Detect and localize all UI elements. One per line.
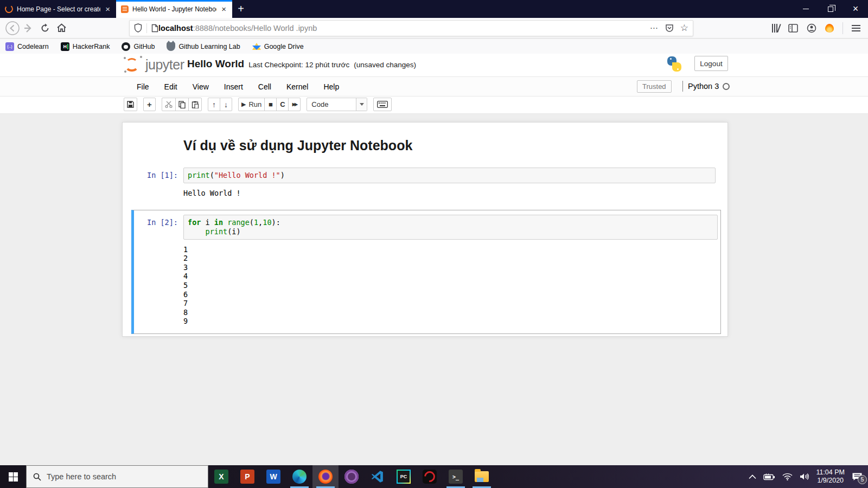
tab-close-icon[interactable]: ×: [104, 4, 111, 14]
home-button[interactable]: [53, 21, 69, 36]
paste-icon: [192, 101, 199, 108]
menu-kernel[interactable]: Kernel: [279, 82, 316, 91]
menu-cell[interactable]: Cell: [251, 82, 279, 91]
battery-icon[interactable]: [763, 473, 775, 480]
pycharm-icon: PC: [397, 470, 411, 484]
tab-home-page[interactable]: Home Page - Select or create a ×: [0, 0, 116, 18]
taskbar-clock[interactable]: 11:04 PM 1/9/2020: [816, 468, 845, 485]
menu-file[interactable]: File: [129, 82, 157, 91]
copy-cell-button[interactable]: [175, 98, 189, 111]
menu-insert[interactable]: Insert: [216, 82, 251, 91]
taskbar-search[interactable]: [26, 465, 208, 488]
cut-cell-button[interactable]: [162, 98, 176, 111]
new-tab-button[interactable]: +: [232, 0, 250, 18]
notification-count-badge: 5: [858, 475, 867, 484]
taskbar-firefox[interactable]: [312, 465, 339, 488]
terminal-icon: >_: [449, 470, 463, 484]
minimize-button[interactable]: [793, 0, 818, 18]
taskbar-powerpoint[interactable]: P: [234, 465, 260, 488]
tab-close-icon[interactable]: ×: [220, 4, 227, 14]
close-button[interactable]: ×: [843, 0, 868, 18]
logout-button[interactable]: Logout: [694, 56, 728, 71]
search-icon: [33, 473, 41, 481]
menu-icon[interactable]: [852, 25, 860, 31]
bookmark-star-icon[interactable]: ☆: [680, 22, 688, 34]
tab-hello-world-notebook[interactable]: Hello World - Jupyter Notebook ×: [116, 0, 232, 18]
taskbar-word[interactable]: W: [260, 465, 286, 488]
taskbar-edge[interactable]: [286, 465, 312, 488]
reload-button[interactable]: [37, 21, 53, 36]
volume-icon[interactable]: [800, 473, 809, 480]
bookmark-github[interactable]: GitHub: [122, 42, 155, 51]
save-button[interactable]: [124, 98, 137, 111]
bookmark-hackerrank[interactable]: HackerRank: [61, 42, 110, 51]
extension-flame-icon[interactable]: [825, 24, 834, 33]
menu-help[interactable]: Help: [316, 82, 347, 91]
fast-forward-icon: ▶▶: [292, 102, 297, 107]
bookmark-codelearn[interactable]: {‥}Codelearn: [5, 42, 49, 51]
jupyter-logo[interactable]: jupyter: [124, 56, 184, 73]
taskbar-excel[interactable]: X: [208, 465, 234, 488]
excel-icon: X: [214, 470, 228, 484]
menu-edit[interactable]: Edit: [157, 82, 185, 91]
windows-logo-icon: [9, 472, 18, 481]
move-cell-down-button[interactable]: ↓: [220, 98, 232, 111]
library-icon[interactable]: [772, 24, 780, 33]
taskbar-tor[interactable]: [339, 465, 365, 488]
action-center-button[interactable]: 5: [852, 472, 863, 481]
cell-type-dropdown[interactable]: Code: [307, 98, 367, 111]
forward-button[interactable]: [21, 21, 37, 36]
tray-chevron-up-icon[interactable]: [749, 474, 756, 479]
python-logo-icon: [667, 56, 682, 72]
notebook-title[interactable]: Hello World: [187, 58, 244, 70]
command-palette-button[interactable]: [373, 98, 392, 111]
restart-run-all-button[interactable]: ▶▶: [288, 98, 301, 111]
back-icon: [5, 21, 20, 36]
jupyter-logo-icon: [124, 56, 142, 73]
code-input[interactable]: print("Hello World !"): [183, 168, 716, 183]
url-text[interactable]: localhost:8888/notebooks/Hello World .ip…: [158, 24, 650, 33]
edge-icon: [292, 470, 307, 484]
word-icon: W: [266, 470, 280, 484]
notebook-favicon: [121, 5, 129, 13]
divider: [843, 22, 843, 34]
search-input[interactable]: [47, 472, 182, 481]
taskbar-vscode[interactable]: [365, 465, 391, 488]
restore-button[interactable]: [818, 0, 843, 18]
add-cell-button[interactable]: +: [143, 98, 156, 111]
taskbar-terminal[interactable]: >_: [443, 465, 469, 488]
code-cell-1[interactable]: In [1]: print("Hello World !"): [123, 168, 727, 183]
checkpoint-text: Last Checkpoint: 12 phút trước: [248, 61, 349, 69]
wifi-icon[interactable]: [782, 473, 793, 480]
account-icon[interactable]: [807, 23, 816, 33]
bookmark-github-learning-lab[interactable]: Github Learning Lab: [167, 42, 240, 51]
code-input[interactable]: for i in range(1,10): print(i): [183, 215, 718, 240]
run-button[interactable]: ▶Run: [238, 98, 265, 111]
screen: Home Page - Select or create a × Hello W…: [0, 0, 868, 488]
code-cell-2[interactable]: In [2]: for i in range(1,10): print(i): [134, 215, 720, 240]
markdown-heading[interactable]: Ví dụ về sử dụng Jupyter Notebook: [183, 138, 727, 153]
restart-kernel-button[interactable]: C: [276, 98, 289, 111]
move-cell-up-button[interactable]: ↑: [208, 98, 220, 111]
pocket-icon[interactable]: [665, 24, 674, 33]
address-bar[interactable]: localhost:8888/notebooks/Hello World .ip…: [129, 20, 693, 36]
google-drive-icon: [252, 43, 261, 50]
taskbar-pycharm[interactable]: PC: [391, 465, 417, 488]
back-button[interactable]: [4, 21, 21, 36]
sidebar-icon[interactable]: [788, 24, 798, 33]
run-icon: ▶: [241, 101, 246, 108]
menu-view[interactable]: View: [185, 82, 216, 91]
tab-title: Hello World - Jupyter Notebook: [132, 5, 216, 13]
bookmark-google-drive[interactable]: Google Drive: [252, 43, 304, 50]
kernel-idle-icon: [723, 83, 730, 90]
interrupt-kernel-button[interactable]: ■: [264, 98, 277, 111]
code-cell-2-selected[interactable]: In [2]: for i in range(1,10): print(i) 1…: [131, 210, 721, 334]
cell-type-value: Code: [307, 100, 356, 108]
start-button[interactable]: [0, 465, 26, 488]
taskbar-garena[interactable]: [417, 465, 443, 488]
output-prompt: [134, 245, 183, 326]
taskbar-explorer[interactable]: [469, 465, 495, 488]
minimize-icon: [803, 9, 809, 9]
paste-cell-button[interactable]: [188, 98, 202, 111]
page-actions-icon[interactable]: ⋯: [650, 23, 659, 33]
